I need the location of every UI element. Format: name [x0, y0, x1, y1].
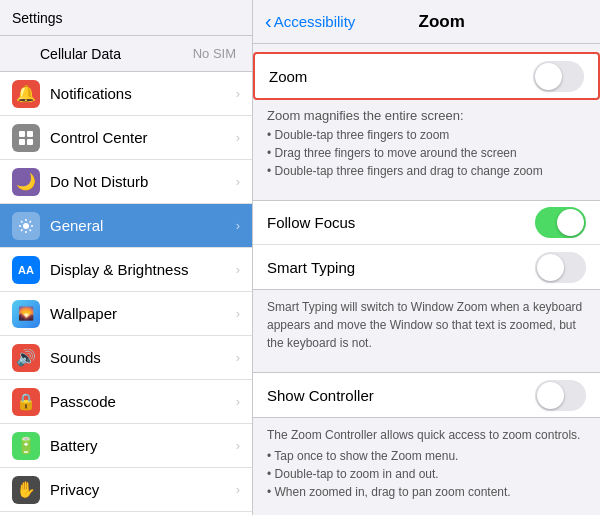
sounds-label: Sounds [50, 349, 236, 366]
zoom-section: Zoom [253, 52, 600, 100]
show-controller-label: Show Controller [267, 387, 535, 404]
sounds-icon: 🔊 [12, 344, 40, 372]
toggle-thumb [535, 63, 562, 90]
chevron-icon: › [236, 394, 240, 409]
control-center-label: Control Center [50, 129, 236, 146]
chevron-icon: › [236, 174, 240, 189]
smart-typing-label: Smart Typing [267, 259, 535, 276]
controller-bullet-1: Tap once to show the Zoom menu. [267, 447, 586, 465]
cellular-data-value: No SIM [193, 46, 236, 61]
chevron-icon: › [236, 482, 240, 497]
focus-typing-section: Follow Focus Smart Typing [253, 200, 600, 290]
general-icon [12, 212, 40, 240]
back-label: Accessibility [274, 13, 356, 30]
zoom-toggle[interactable] [533, 61, 584, 92]
display-brightness-icon: AA [12, 256, 40, 284]
sidebar-top-item: Settings [0, 0, 252, 36]
general-label: General [50, 217, 236, 234]
sidebar-item-do-not-disturb[interactable]: 🌙 Do Not Disturb › [0, 160, 252, 204]
chevron-icon: › [236, 350, 240, 365]
control-center-icon [12, 124, 40, 152]
chevron-icon: › [236, 218, 240, 233]
back-chevron-icon: ‹ [265, 10, 272, 33]
zoom-desc-title: Zoom magnifies the entire screen: [267, 108, 586, 123]
sidebar-item-privacy[interactable]: ✋ Privacy › [0, 468, 252, 512]
sidebar-item-battery[interactable]: 🔋 Battery › [0, 424, 252, 468]
privacy-icon: ✋ [12, 476, 40, 504]
sidebar-item-control-center[interactable]: Control Center › [0, 116, 252, 160]
do-not-disturb-label: Do Not Disturb [50, 173, 236, 190]
back-button[interactable]: ‹ Accessibility [265, 10, 355, 33]
chevron-icon: › [236, 262, 240, 277]
battery-label: Battery [50, 437, 236, 454]
smart-typing-toggle[interactable] [535, 252, 586, 283]
show-controller-row: Show Controller [253, 373, 600, 417]
sidebar-item-notifications[interactable]: 🔔 Notifications › [0, 72, 252, 116]
wallpaper-label: Wallpaper [50, 305, 236, 322]
nav-bar: ‹ Accessibility Zoom [253, 0, 600, 44]
follow-focus-label: Follow Focus [267, 214, 535, 231]
controller-desc-prefix: The Zoom Controller allows quick access … [267, 428, 580, 442]
svg-rect-0 [19, 131, 25, 137]
controller-description: The Zoom Controller allows quick access … [253, 418, 600, 511]
passcode-icon: 🔒 [12, 388, 40, 416]
zoom-desc-bullets: Double-tap three fingers to zoom Drag th… [267, 126, 586, 180]
notifications-icon: 🔔 [12, 80, 40, 108]
controller-desc-text: The Zoom Controller allows quick access … [267, 426, 586, 501]
follow-focus-row: Follow Focus [253, 201, 600, 245]
toggle-thumb [557, 209, 584, 236]
battery-icon: 🔋 [12, 432, 40, 460]
main-panel: ‹ Accessibility Zoom Zoom Zoom magnifies… [253, 0, 600, 515]
smart-typing-desc-text: Smart Typing will switch to Window Zoom … [267, 298, 586, 352]
settings-title: Settings [12, 10, 240, 26]
zoom-row: Zoom [255, 54, 598, 98]
wallpaper-icon: 🌄 [12, 300, 40, 328]
passcode-label: Passcode [50, 393, 236, 410]
chevron-icon: › [236, 86, 240, 101]
do-not-disturb-icon: 🌙 [12, 168, 40, 196]
sidebar-item-sounds[interactable]: 🔊 Sounds › [0, 336, 252, 380]
toggle-thumb [537, 382, 564, 409]
svg-rect-1 [27, 131, 33, 137]
zoom-bullet-3: Double-tap three fingers and drag to cha… [267, 162, 586, 180]
show-controller-toggle[interactable] [535, 380, 586, 411]
smart-typing-row: Smart Typing [253, 245, 600, 289]
svg-rect-2 [19, 139, 25, 145]
svg-point-4 [23, 223, 29, 229]
controller-bullet-3: When zoomed in, drag to pan zoom content… [267, 483, 586, 501]
zoom-bullet-2: Drag three fingers to move around the sc… [267, 144, 586, 162]
zoom-bullet-1: Double-tap three fingers to zoom [267, 126, 586, 144]
zoom-description: Zoom magnifies the entire screen: Double… [253, 100, 600, 190]
notifications-label: Notifications [50, 85, 236, 102]
sidebar: Settings Cellular Data No SIM 🔔 Notifica… [0, 0, 253, 515]
display-brightness-label: Display & Brightness [50, 261, 236, 278]
svg-rect-3 [27, 139, 33, 145]
sidebar-item-display-brightness[interactable]: AA Display & Brightness › [0, 248, 252, 292]
privacy-label: Privacy [50, 481, 236, 498]
show-controller-section: Show Controller [253, 372, 600, 418]
zoom-label: Zoom [269, 68, 533, 85]
toggle-thumb [537, 254, 564, 281]
controller-bullet-2: Double-tap to zoom in and out. [267, 465, 586, 483]
sidebar-item-passcode[interactable]: 🔒 Passcode › [0, 380, 252, 424]
chevron-icon: › [236, 306, 240, 321]
chevron-icon: › [236, 130, 240, 145]
cellular-data-item[interactable]: Cellular Data No SIM [0, 36, 252, 72]
page-title: Zoom [355, 12, 528, 32]
chevron-icon: › [236, 438, 240, 453]
follow-focus-toggle[interactable] [535, 207, 586, 238]
sidebar-item-general[interactable]: General › [0, 204, 252, 248]
sidebar-item-wallpaper[interactable]: 🌄 Wallpaper › [0, 292, 252, 336]
cellular-data-label: Cellular Data [40, 46, 193, 62]
smart-typing-description: Smart Typing will switch to Window Zoom … [253, 290, 600, 362]
